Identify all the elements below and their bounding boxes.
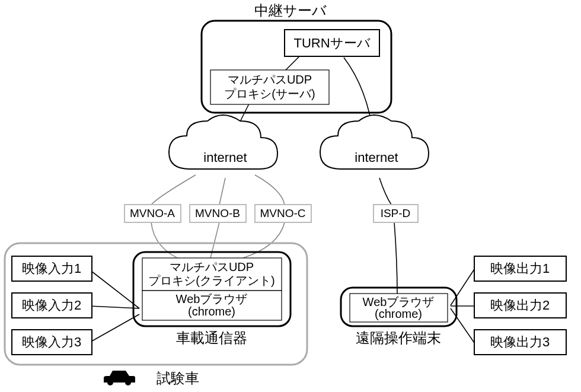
web-browser-left-l2: (chrome) bbox=[188, 305, 235, 318]
edge-browser-vout3 bbox=[451, 308, 474, 343]
web-browser-right-l2: (chrome) bbox=[375, 307, 422, 320]
mpudp-client-l2: プロキシ(クライアント) bbox=[148, 274, 274, 287]
edge-internet-mvno-b bbox=[219, 178, 225, 205]
cloud-internet-right-label: internet bbox=[355, 150, 398, 165]
edge-isp-browser bbox=[394, 222, 397, 294]
isp-d-label: ISP-D bbox=[381, 207, 411, 219]
edge-vin3-browser bbox=[89, 314, 139, 343]
car-icon bbox=[104, 371, 135, 385]
video-out-1-label: 映像出力1 bbox=[490, 261, 550, 276]
mvno-c-box: MVNO-C bbox=[255, 205, 311, 222]
mvno-b-label: MVNO-B bbox=[195, 207, 240, 219]
edge-internet-isp bbox=[379, 178, 391, 205]
video-in-2-label: 映像入力2 bbox=[22, 298, 81, 313]
turn-server-label: TURNサーバ bbox=[293, 36, 370, 50]
edge-vin2-browser bbox=[89, 306, 139, 308]
edge-mvno-a-client bbox=[151, 222, 184, 261]
mpudp-client-l1: マルチパスUDP bbox=[170, 260, 254, 273]
test-car-label: 試験車 bbox=[157, 370, 199, 386]
web-browser-left-l1: Webブラウザ bbox=[176, 292, 248, 305]
mpudp-server-l2: プロキシ(サーバ) bbox=[224, 87, 315, 100]
mvno-c-label: MVNO-C bbox=[260, 207, 305, 219]
edge-browser-vout1 bbox=[451, 269, 474, 305]
cloud-internet-left-label: internet bbox=[203, 150, 247, 165]
mvno-a-label: MVNO-A bbox=[130, 207, 175, 219]
edge-internet-mvno-c bbox=[255, 175, 285, 205]
edge-internet-mvno-a bbox=[151, 175, 196, 205]
mpudp-server-l1: マルチパスUDP bbox=[228, 73, 312, 86]
web-browser-right-l1: Webブラウザ bbox=[363, 295, 435, 308]
remote-label: 遠隔操作端末 bbox=[356, 330, 441, 346]
video-out-2-label: 映像出力2 bbox=[490, 298, 550, 313]
network-diagram: internet internet 中継サーバ TURNサーバ マルチパスUDP… bbox=[0, 0, 581, 392]
video-out-3-label: 映像出力3 bbox=[490, 334, 550, 349]
relay-server-title: 中継サーバ bbox=[254, 2, 327, 18]
edge-vin1-browser bbox=[89, 269, 139, 308]
svg-point-5 bbox=[125, 380, 131, 385]
svg-point-4 bbox=[107, 380, 113, 385]
cloud-internet-right: internet bbox=[320, 115, 429, 169]
onboard-label: 車載通信器 bbox=[176, 330, 247, 346]
video-in-1-label: 映像入力1 bbox=[22, 261, 81, 276]
mvno-b-box: MVNO-B bbox=[190, 205, 246, 222]
isp-d-box: ISP-D bbox=[374, 205, 418, 222]
video-in-3-label: 映像入力3 bbox=[22, 334, 81, 349]
edge-turn-mpudp bbox=[285, 56, 299, 71]
mvno-a-box: MVNO-A bbox=[124, 205, 181, 222]
cloud-internet-left: internet bbox=[169, 115, 277, 169]
